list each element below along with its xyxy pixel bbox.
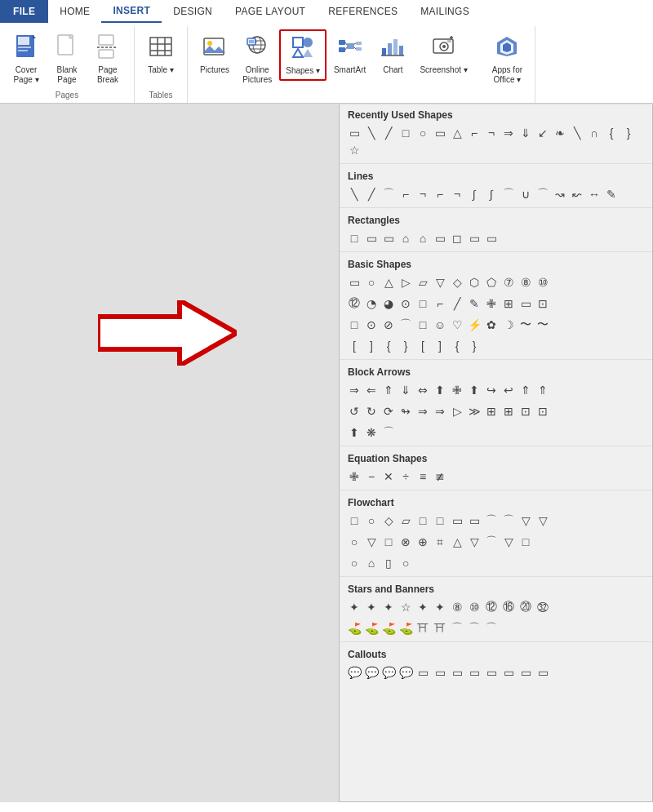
shape-item[interactable]: [ <box>346 338 362 354</box>
shape-item[interactable]: ⌒ <box>483 512 500 529</box>
shape-item[interactable]: ○ <box>346 555 362 571</box>
shape-item[interactable]: ☽ <box>500 317 517 333</box>
shape-item[interactable]: ↩ <box>500 382 517 398</box>
shape-item[interactable]: ▯ <box>380 555 397 571</box>
shape-item[interactable]: ⊡ <box>535 295 551 312</box>
shape-item[interactable]: ⌂ <box>398 230 414 246</box>
shape-item[interactable]: ☆ <box>346 142 362 158</box>
tab-mailings[interactable]: MAILINGS <box>409 0 481 23</box>
shape-item[interactable]: ¬ <box>483 125 500 141</box>
shape-item[interactable]: ⟳ <box>380 403 397 419</box>
shape-item[interactable]: ¬ <box>415 186 431 202</box>
shape-item[interactable]: ▽ <box>363 534 380 550</box>
shape-item[interactable]: ✎ <box>603 186 620 202</box>
shape-item[interactable]: □ <box>346 230 362 246</box>
online-pictures-button[interactable]: OnlinePictures <box>237 29 278 89</box>
shape-item[interactable]: ✕ <box>380 468 397 485</box>
shape-item[interactable]: ⊘ <box>380 317 397 333</box>
shape-item[interactable]: ⑳ <box>518 599 534 615</box>
shape-item[interactable]: ▱ <box>398 512 414 529</box>
shape-item[interactable]: ◻ <box>449 230 465 246</box>
shape-item[interactable]: ╲ <box>569 125 585 141</box>
shape-item[interactable]: ⑫ <box>483 599 500 615</box>
shape-item[interactable]: ▽ <box>535 512 551 529</box>
shape-item[interactable]: ⇒ <box>415 403 431 419</box>
shape-item[interactable]: ✙ <box>346 468 362 485</box>
shape-item[interactable]: − <box>363 468 380 485</box>
shape-item[interactable]: ⇑ <box>535 382 551 398</box>
shape-item[interactable]: ≫ <box>466 403 482 419</box>
shape-item[interactable]: ↝ <box>552 186 568 202</box>
shape-item[interactable]: ☺ <box>432 317 448 333</box>
shape-item[interactable]: ○ <box>415 125 431 141</box>
tab-design[interactable]: DESIGN <box>162 0 224 23</box>
shape-item[interactable]: ∪ <box>518 186 534 202</box>
shape-item[interactable]: ○ <box>363 512 380 529</box>
shape-item[interactable]: ] <box>363 338 380 354</box>
shape-item[interactable]: ⛩ <box>432 620 448 637</box>
shape-item[interactable]: ⬆ <box>346 424 362 441</box>
shape-item[interactable]: ⬠ <box>483 274 500 291</box>
shape-item[interactable]: ↜ <box>569 186 585 202</box>
shape-item[interactable]: ↙ <box>535 125 551 141</box>
shape-item[interactable]: ◇ <box>380 512 397 529</box>
shape-item[interactable]: ▭ <box>518 295 534 312</box>
shape-item[interactable]: ▭ <box>483 664 500 681</box>
shape-item[interactable]: } <box>466 338 482 354</box>
shape-item[interactable]: 💬 <box>380 664 397 681</box>
shape-item[interactable]: ▭ <box>449 512 465 529</box>
shape-item[interactable]: ○ <box>363 274 380 291</box>
shapes-button[interactable]: Shapes ▾ <box>279 29 326 81</box>
shape-item[interactable]: ⌐ <box>432 295 448 312</box>
pictures-button[interactable]: Pictures <box>194 29 235 79</box>
shape-item[interactable]: ▽ <box>518 512 534 529</box>
shape-item[interactable]: ⌒ <box>535 186 551 202</box>
shape-item[interactable]: ▭ <box>380 230 397 246</box>
shape-item[interactable]: [ <box>415 338 431 354</box>
shape-item[interactable]: ▭ <box>432 664 448 681</box>
blank-page-button[interactable]: BlankPage <box>47 29 87 89</box>
tab-home[interactable]: HOME <box>48 0 101 23</box>
shape-item[interactable]: □ <box>398 125 414 141</box>
shape-item[interactable]: ⛳ <box>398 620 414 637</box>
apps-for-office-button[interactable]: Apps forOffice ▾ <box>486 29 528 89</box>
shape-item[interactable]: } <box>398 338 414 354</box>
smartart-button[interactable]: SmartArt <box>328 29 371 79</box>
shape-item[interactable]: ↺ <box>346 403 362 419</box>
shape-item[interactable]: ✦ <box>432 599 448 615</box>
shape-item[interactable]: △ <box>449 125 465 141</box>
shape-item[interactable]: □ <box>415 295 431 312</box>
shape-item[interactable]: { <box>603 125 620 141</box>
chart-button[interactable]: Chart <box>373 29 412 79</box>
shape-item[interactable]: ▭ <box>363 230 380 246</box>
shape-item[interactable]: ⌐ <box>398 186 414 202</box>
shape-item[interactable]: 💬 <box>398 664 414 681</box>
shape-item[interactable]: ⑯ <box>500 599 517 615</box>
shape-item[interactable]: ○ <box>398 555 414 571</box>
shape-item[interactable]: ↻ <box>363 403 380 419</box>
shape-item[interactable]: ╱ <box>380 125 397 141</box>
shape-item[interactable]: ⇑ <box>380 382 397 398</box>
shape-item[interactable]: ▷ <box>398 274 414 291</box>
shape-item[interactable]: ╱ <box>449 295 465 312</box>
shape-item[interactable]: ⌒ <box>380 186 397 202</box>
shape-item[interactable]: ⊞ <box>483 403 500 419</box>
tab-file[interactable]: FILE <box>0 0 48 23</box>
shape-item[interactable]: ❧ <box>552 125 568 141</box>
shape-item[interactable]: ▭ <box>432 230 448 246</box>
shape-item[interactable]: ☆ <box>398 599 414 615</box>
shape-item[interactable]: □ <box>346 512 362 529</box>
shape-item[interactable]: 〜 <box>518 317 534 333</box>
shape-item[interactable]: } <box>620 125 637 141</box>
shape-item[interactable]: ◔ <box>363 295 380 312</box>
shape-item[interactable]: ÷ <box>398 468 414 485</box>
shape-item[interactable]: ↬ <box>398 403 414 419</box>
shape-item[interactable]: ▽ <box>432 274 448 291</box>
shape-item[interactable]: ✿ <box>483 317 500 333</box>
shape-item[interactable]: ⇒ <box>432 403 448 419</box>
shape-item[interactable]: ▭ <box>346 274 362 291</box>
shape-item[interactable]: ⛩ <box>415 620 431 637</box>
shape-item[interactable]: ↪ <box>483 382 500 398</box>
shape-item[interactable]: ⑧ <box>518 274 534 291</box>
shape-item[interactable]: ⊙ <box>398 295 414 312</box>
